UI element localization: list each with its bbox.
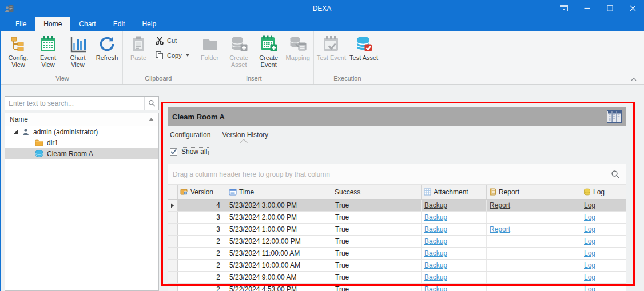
paste-button[interactable]: Paste [124,31,153,61]
group-by-panel[interactable]: Drag a column header here to group by th… [168,164,626,185]
event-view-label: Event View [35,54,61,68]
attachment-link[interactable]: Backup [424,285,447,291]
cell-version: 2 [178,236,226,247]
tab-file[interactable]: File [7,17,35,31]
report-link[interactable]: Report [490,225,510,233]
create-asset-button[interactable]: Create Asset [224,31,254,68]
show-all-label[interactable]: Show all [180,148,208,156]
cell-success: True [332,236,422,247]
folder-label: Folder [201,54,218,61]
tree-item-dir1[interactable]: dir1 [5,137,158,148]
test-event-button[interactable]: Test Event [315,31,348,61]
cell-version: 4 [178,200,226,211]
group-caption-execution: Execution [315,75,380,84]
copy-icon [155,51,164,60]
attachment-link[interactable]: Backup [424,261,447,269]
tree-item-admin[interactable]: admin (administrator) [5,126,158,137]
collapse-ribbon-icon[interactable] [629,75,638,82]
active-tab-notch [240,139,248,147]
ribbon-options-icon[interactable] [552,0,575,17]
chart-view-label: Chart View [65,54,91,68]
report-link[interactable]: Report [490,201,510,209]
minimize-icon[interactable] [575,0,598,17]
log-link[interactable]: Log [584,225,595,233]
tree-item-cleam-room-a[interactable]: Cleam Room A [5,148,158,159]
tree-header-label: Name [10,115,28,123]
time-icon [229,188,237,196]
column-header-attachment[interactable]: Attachment [422,185,487,199]
log-link[interactable]: Log [584,249,595,257]
chart-view-button[interactable]: Chart View [63,31,93,68]
maximize-icon[interactable] [598,0,621,17]
log-link[interactable]: Log [584,213,595,221]
column-header-report[interactable]: Report [487,185,581,199]
folder-button[interactable]: Folder [196,31,224,61]
table-row[interactable]: 2 5/23/2024 9:00:00 AM True Backup Log [168,272,626,284]
tab-configuration[interactable]: Configuration [170,131,210,139]
log-link[interactable]: Log [584,285,595,291]
expand-icon[interactable] [13,129,18,134]
ribbon-group-insert: Folder Create Asset Create Event Mapping [194,31,314,84]
mapping-button[interactable]: Mapping [284,31,312,61]
search-input[interactable] [5,99,144,107]
config-view-button[interactable]: Config. View [3,31,33,68]
create-event-button[interactable]: Create Event [254,31,284,68]
column-header-time[interactable]: Time [226,185,332,199]
table-row[interactable]: 2 5/23/2024 12:00:00 PM True Backup Log [168,236,626,248]
asset-detail-panel: Cleam Room A Configuration Version Histo… [168,107,626,291]
app-icon [5,3,15,14]
attachment-link[interactable]: Backup [424,225,447,233]
close-icon[interactable] [621,0,644,17]
log-link[interactable]: Log [584,273,595,281]
log-link[interactable]: Log [584,201,595,209]
cut-button[interactable]: Cut [155,36,189,45]
log-link[interactable]: Log [584,237,595,245]
table-row[interactable]: 3 5/23/2024 2:00:00 PM True Backup Log [168,212,626,224]
ribbon: Config. View Event View Chart View Refre… [0,31,644,85]
refresh-button[interactable]: Refresh [93,31,121,61]
event-view-button[interactable]: Event View [33,31,63,68]
table-row[interactable]: 2 5/23/2024 11:00:00 AM True Backup Log [168,248,626,260]
database-check-icon [355,34,373,54]
tab-chart[interactable]: Chart [70,17,104,31]
attachment-link[interactable]: Backup [424,237,447,245]
grid-search-icon[interactable] [611,170,626,179]
tab-help[interactable]: Help [133,17,165,31]
show-all-checkbox[interactable] [170,148,177,156]
folder-icon [201,34,219,54]
table-row[interactable]: 2 5/22/2024 4:53:00 PM True Backup Log [168,284,626,291]
copy-button[interactable]: Copy [155,51,189,60]
tab-version-history[interactable]: Version History [222,131,268,139]
tree-search-box [5,96,159,110]
show-all-checkbox-row: Show all [170,148,208,156]
column-header-version[interactable]: Version [178,185,226,199]
table-row[interactable]: 3 5/23/2024 1:00:00 PM True Backup Repor… [168,224,626,236]
cell-time: 5/23/2024 11:00:00 AM [226,248,332,259]
tree-item-label: Cleam Room A [47,150,93,158]
tab-home[interactable]: Home [35,17,70,31]
group-caption-insert: Insert [196,75,312,84]
column-header-success[interactable]: Success [332,185,422,199]
report-icon [489,188,496,196]
version-icon [180,188,188,196]
attachment-link[interactable]: Backup [424,201,447,209]
attachment-link[interactable]: Backup [424,213,447,221]
tree-column-header[interactable]: Name [5,113,158,126]
table-row[interactable]: 2 5/23/2024 10:00:00 AM True Backup Log [168,260,626,272]
attachment-link[interactable]: Backup [424,273,447,281]
database-plus-icon [230,34,248,54]
search-icon[interactable] [144,97,158,110]
group-caption-clipboard: Clipboard [124,75,193,84]
bar-chart-icon [69,34,87,54]
column-label: Success [335,188,360,196]
test-event-label: Test Event [317,54,346,61]
panel-header: Cleam Room A [168,107,626,126]
column-header-log[interactable]: Log [581,185,610,199]
attachment-link[interactable]: Backup [424,249,447,257]
log-link[interactable]: Log [584,261,595,269]
tab-edit[interactable]: Edit [105,17,134,31]
table-row[interactable]: 4 5/23/2024 3:00:00 PM True Backup Repor… [168,200,626,212]
column-label: Log [593,188,605,196]
test-asset-button[interactable]: Test Asset [348,31,380,61]
paste-label: Paste [130,54,146,61]
